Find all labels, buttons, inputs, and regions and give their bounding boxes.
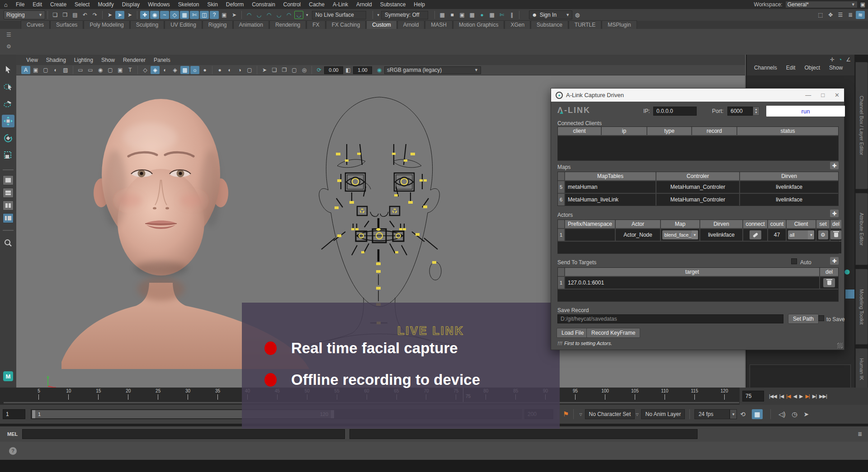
port-field[interactable]	[727, 107, 753, 116]
actor-map-cell[interactable]: blend_face_liv▼	[661, 229, 699, 241]
actor-name-cell[interactable]: Actor_Node	[616, 229, 660, 241]
menu-deform[interactable]: Deform	[222, 1, 248, 8]
mel-label[interactable]: MEL	[7, 431, 18, 437]
render-region-icon[interactable]: ■	[448, 11, 457, 19]
select-deform-icon[interactable]: ▦	[180, 11, 189, 19]
lock-workspace-icon[interactable]: ▣	[860, 1, 865, 8]
play-forwards-button[interactable]: ▶	[798, 393, 804, 399]
shelf-tab-fx[interactable]: FX	[307, 20, 325, 29]
snap-to-curve-icon[interactable]: ➤	[115, 11, 124, 19]
ipr-render-icon[interactable]: ▣	[458, 11, 467, 19]
go-to-start-button[interactable]: |◀◀	[768, 393, 778, 399]
axis-icon[interactable]: ✛	[830, 56, 835, 63]
auto-checkbox[interactable]	[791, 258, 797, 264]
gear-icon[interactable]: ⚙	[6, 43, 11, 50]
layout-two-pane-button[interactable]	[3, 201, 14, 210]
shelf-tab-mash[interactable]: MASH	[425, 20, 453, 29]
menu-modify[interactable]: Modify	[94, 1, 118, 8]
chevron-down-icon[interactable]: ▽	[636, 412, 638, 416]
paint-select-tool[interactable]	[2, 98, 14, 110]
menu-constrain[interactable]: Constrain	[248, 1, 279, 8]
maps-table[interactable]: MapTables Controler Dirven 5 metaHuman M…	[557, 172, 839, 206]
audio-icon[interactable]: ◁)	[778, 411, 785, 418]
menu-help[interactable]: Help	[410, 1, 429, 8]
live-surface-field[interactable]: No Live Surface	[312, 11, 366, 19]
loop-playback-icon[interactable]: ⟲	[740, 411, 745, 418]
shelf-tab-sculpting[interactable]: Sculpting	[130, 20, 164, 29]
lock-camera-icon[interactable]: ▣	[31, 66, 40, 74]
range-end-handle[interactable]	[331, 410, 334, 418]
maximize-button[interactable]: □	[821, 92, 825, 98]
menu-arnold[interactable]: Arnold	[352, 1, 376, 8]
add-map-button[interactable]: ✚	[830, 162, 839, 169]
step-back-frame-button[interactable]: |◀	[778, 393, 785, 399]
current-frame-field[interactable]	[742, 391, 764, 402]
play-backwards-button[interactable]: ◀	[792, 393, 797, 399]
use-all-lights-icon[interactable]: ▩	[180, 66, 189, 74]
run-button[interactable]: run	[766, 106, 845, 117]
targets-table[interactable]: target del 1 127.0.0.1:6001	[557, 267, 839, 302]
construction-history-icon[interactable]: ◠	[245, 11, 254, 19]
undo-icon[interactable]: ↶	[80, 11, 90, 19]
menu-control[interactable]: Control	[279, 1, 305, 8]
graph-icon[interactable]: ∠	[846, 56, 851, 63]
actor-prefix-cell[interactable]	[565, 229, 615, 241]
lock-selection-icon[interactable]: ▣	[220, 11, 229, 19]
shelf-tab-fx-caching[interactable]: FX Caching	[326, 20, 366, 29]
safe-title-icon[interactable]: T	[126, 66, 135, 74]
menu-file[interactable]: File	[12, 1, 28, 8]
resolution-gate-icon[interactable]: ▭	[86, 66, 95, 74]
shelf-tab-rendering[interactable]: Rendering	[269, 20, 306, 29]
minimize-button[interactable]: —	[805, 92, 811, 98]
save-scene-icon[interactable]: ▤	[71, 11, 80, 19]
workspace-select[interactable]: General* ▼	[785, 1, 858, 8]
chevron-down-icon[interactable]: ▽	[579, 412, 582, 416]
shelf-tab-animation[interactable]: Animation	[233, 20, 269, 29]
colorspace-select[interactable]: sRGB gamma (legacy) ▼	[384, 66, 481, 74]
step-forward-key-button[interactable]: ▶|	[804, 393, 811, 399]
gamma-toggle-icon[interactable]: ◧	[344, 66, 353, 74]
gamma-field[interactable]	[353, 66, 372, 74]
range-start-handle[interactable]	[32, 410, 35, 418]
select-rendering-icon[interactable]: ◫	[200, 11, 209, 19]
to-save-checkbox[interactable]	[818, 315, 824, 321]
auto-key-icon[interactable]: ▦	[752, 409, 763, 419]
clients-table[interactable]: client ip type record status	[557, 126, 839, 161]
shelf-tab-surfaces[interactable]: Surfaces	[50, 20, 83, 29]
camera-attributes-icon[interactable]: ▢	[41, 66, 50, 74]
isolate-select-icon[interactable]: ➤	[260, 66, 269, 74]
clients-col-ip[interactable]: ip	[602, 127, 646, 135]
menu-a-link[interactable]: A-Link	[329, 1, 352, 8]
bookmark-view-icon[interactable]: ◐	[51, 66, 60, 74]
wireframe-icon[interactable]: ◇	[141, 66, 150, 74]
anim-layer-select[interactable]: No Anim Layer	[641, 409, 685, 419]
select-curve-icon[interactable]: ~	[160, 11, 169, 19]
shelf-tab-substance[interactable]: Substance	[531, 20, 568, 29]
range-slider-track[interactable]: 1 120	[31, 409, 522, 419]
menu-cache[interactable]: Cache	[305, 1, 329, 8]
close-button[interactable]: ✕	[835, 92, 840, 98]
texture-bake-icon[interactable]: ▦	[487, 11, 496, 19]
rebuild-curve-icon[interactable]: ◠	[264, 11, 274, 19]
playhead[interactable]	[463, 388, 463, 402]
set-button[interactable]: ⚙	[818, 230, 828, 239]
menu-display[interactable]: Display	[118, 1, 144, 8]
connect-button[interactable]	[750, 230, 761, 239]
chevron-down-icon[interactable]: ▾	[377, 13, 380, 17]
select-misc-icon[interactable]: ?	[210, 11, 219, 19]
shelf-menu-icon[interactable]: ☰	[6, 32, 11, 38]
layout-outliner-persp-button[interactable]	[3, 213, 14, 223]
evaluation-icon[interactable]: ➤	[804, 411, 809, 418]
step-forward-frame-button[interactable]: ▶|	[811, 393, 818, 399]
go-to-end-button[interactable]: ▶▶|	[818, 393, 828, 399]
highlight-selection-icon[interactable]: ➤	[230, 11, 239, 19]
outliner-toggle-icon[interactable]: ⬚	[816, 11, 825, 19]
safe-action-icon[interactable]: ▣	[116, 66, 125, 74]
clients-col-record[interactable]: record	[692, 127, 736, 135]
set-path-button[interactable]: Set Path	[788, 314, 819, 324]
home-icon[interactable]: ⌂	[0, 1, 12, 8]
ip-field[interactable]	[653, 107, 697, 116]
dof-icon[interactable]: ◑	[235, 66, 244, 74]
shelf-tab-poly-modeling[interactable]: Poly Modeling	[84, 20, 129, 29]
gate-mask-icon[interactable]: ◉	[96, 66, 105, 74]
